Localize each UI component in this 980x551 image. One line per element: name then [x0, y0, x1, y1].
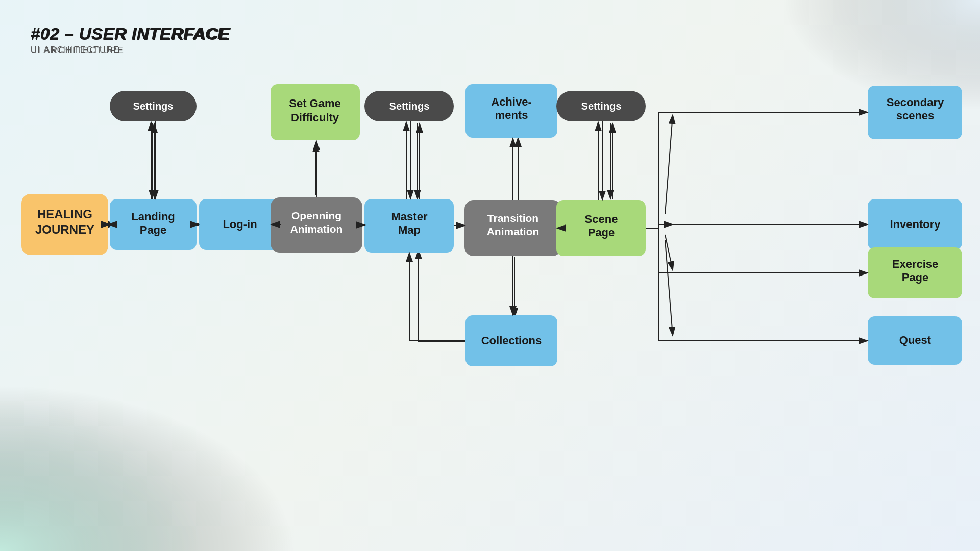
svg-text:scenes: scenes	[896, 109, 935, 122]
svg-text:Set Game: Set Game	[289, 97, 341, 110]
page-subtitle-svg: UI ARCHITECTURE	[31, 45, 125, 55]
svg-text:Settings: Settings	[133, 101, 174, 112]
svg-text:Difficulty: Difficulty	[291, 111, 339, 124]
svg-text:Animation: Animation	[487, 226, 540, 237]
svg-text:Exercise: Exercise	[892, 258, 939, 270]
svg-text:Map: Map	[398, 223, 421, 236]
svg-text:Master: Master	[391, 210, 428, 223]
svg-text:Openning: Openning	[291, 210, 341, 221]
svg-text:Log-in: Log-in	[223, 218, 257, 231]
svg-text:Page: Page	[140, 223, 167, 236]
page-title-svg: #02 – USER INTERFACE	[31, 24, 231, 43]
svg-text:Quest: Quest	[899, 334, 932, 346]
svg-text:Settings: Settings	[389, 101, 430, 112]
svg-text:ments: ments	[495, 109, 528, 121]
svg-text:Collections: Collections	[481, 334, 542, 347]
svg-rect-22	[0, 0, 980, 551]
svg-text:Page: Page	[902, 271, 929, 284]
svg-text:Settings: Settings	[581, 101, 622, 112]
full-diagram: HEALING JOURNEY Landing Page Settings Lo…	[0, 0, 980, 551]
svg-text:Transition: Transition	[487, 212, 538, 224]
svg-text:Scene: Scene	[585, 213, 618, 226]
svg-text:Achive-: Achive-	[491, 95, 531, 108]
svg-text:Landing: Landing	[131, 210, 175, 223]
svg-text:Animation: Animation	[290, 223, 343, 235]
svg-text:Secondary: Secondary	[887, 96, 944, 109]
svg-text:HEALING: HEALING	[37, 207, 92, 221]
svg-text:JOURNEY: JOURNEY	[35, 222, 94, 236]
svg-text:Page: Page	[588, 226, 615, 239]
svg-text:Inventory: Inventory	[890, 218, 941, 231]
